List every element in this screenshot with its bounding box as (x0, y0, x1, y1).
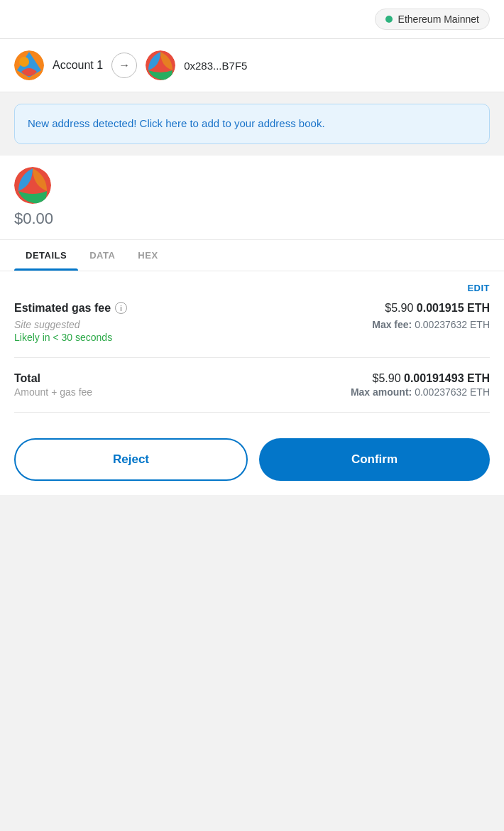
edit-button[interactable]: EDIT (467, 283, 490, 293)
confirm-button[interactable]: Confirm (259, 438, 490, 481)
details-panel: EDIT Estimated gas fee i $5.90 0.001915 … (0, 271, 504, 424)
likely-time-label: Likely in < 30 seconds (14, 332, 112, 343)
reject-button[interactable]: Reject (14, 438, 248, 481)
notice-banner[interactable]: New address detected! Click here to add … (14, 104, 490, 144)
total-value: $5.90 0.00191493 ETH (351, 372, 490, 385)
tab-hex[interactable]: HEX (126, 240, 169, 271)
network-badge[interactable]: Ethereum Mainnet (375, 9, 490, 30)
gas-fee-row: Estimated gas fee i $5.90 0.001915 ETH (14, 302, 490, 315)
account-name: Account 1 (53, 59, 103, 72)
account-avatar (14, 50, 44, 80)
total-label: Total (14, 372, 92, 385)
network-status-dot (385, 16, 393, 23)
amount-value: $0.00 (14, 210, 53, 228)
tabs: DETAILS DATA HEX (0, 240, 504, 271)
dest-address: 0x283...B7F5 (184, 60, 247, 72)
notice-text: New address detected! Click here to add … (28, 116, 476, 132)
total-row: Total Amount + gas fee $5.90 0.00191493 … (14, 372, 490, 398)
fee-divider (14, 357, 490, 358)
gas-fee-value: $5.90 0.001915 ETH (385, 302, 490, 315)
tab-data[interactable]: DATA (78, 240, 126, 271)
transfer-arrow-icon: → (111, 53, 137, 78)
action-buttons: Reject Confirm (0, 424, 504, 495)
dest-avatar (146, 50, 175, 80)
max-fee-row: Max fee: 0.00237632 ETH (372, 319, 490, 330)
amount-section: $0.00 (0, 156, 504, 240)
svg-point-1 (19, 57, 29, 67)
gas-fee-sub-row: Site suggested Likely in < 30 seconds Ma… (14, 317, 490, 343)
account-row: Account 1 → 0x283...B7F5 (0, 39, 504, 92)
site-suggested-label: Site suggested (14, 319, 112, 330)
gas-fee-info-icon[interactable]: i (115, 302, 127, 314)
total-sub-label: Amount + gas fee (14, 386, 92, 398)
gas-fee-label: Estimated gas fee i (14, 302, 127, 315)
bottom-divider (14, 412, 490, 413)
max-amount-row: Max amount: 0.00237632 ETH (351, 386, 490, 398)
amount-avatar (14, 167, 51, 204)
edit-link: EDIT (14, 283, 490, 293)
network-bar: Ethereum Mainnet (0, 0, 504, 39)
network-name: Ethereum Mainnet (398, 13, 479, 25)
tab-details[interactable]: DETAILS (14, 240, 78, 271)
